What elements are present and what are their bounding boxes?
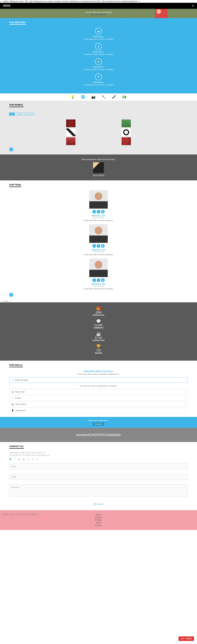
stat-icon: ☕ (4, 332, 193, 336)
brand-logo[interactable]: envato (76, 433, 86, 437)
stat-number: 8,710 (4, 336, 193, 340)
facebook-icon[interactable]: f (97, 244, 100, 248)
team-role: CEO & Founder (9, 285, 188, 287)
banner-link[interactable]: SEE OUR WORK (91, 14, 107, 16)
skills-section: OUR SKILLS. SOMETHING ABOUT OUR SKILLS L… (0, 360, 197, 417)
service-icon[interactable]: 💡 (71, 95, 75, 99)
filter-tab-all[interactable]: All (9, 112, 14, 116)
service-icon[interactable]: 🎤 (112, 95, 116, 99)
feature-icon: ✎ (95, 74, 102, 80)
contact-phone: +01 234 567 89 / +01 234 567 89 | contac… (9, 454, 188, 456)
team-section: OUR TEAM. tf◉ MICHAEL JOE CEO & Founder … (0, 180, 197, 300)
accordion-icon: ✈ (11, 397, 13, 399)
service-icon[interactable]: 🔧 (102, 95, 106, 99)
facebook-icon[interactable]: f (97, 278, 100, 282)
works-grid (45, 120, 152, 145)
feature-icon: ♦ (95, 43, 102, 50)
name-field[interactable]: NAME (9, 474, 188, 480)
work-item[interactable] (122, 137, 131, 145)
twitter-icon[interactable]: t (92, 278, 96, 282)
facebook-icon[interactable]: f (97, 210, 100, 214)
instagram-icon[interactable]: ◉ (101, 244, 105, 248)
skills-title: OUR SKILLS. (9, 364, 23, 367)
testimonial: "Sed ut perspiciatis unde omnis iste nat… (0, 154, 197, 180)
message-field[interactable]: MESSAGE (9, 484, 188, 497)
dribbble-icon[interactable]: ● (36, 458, 37, 460)
filter-tab-branding[interactable]: Branding (25, 112, 35, 116)
service-icon[interactable]: 💵 (122, 95, 126, 99)
google-icon[interactable]: g+ (18, 458, 20, 460)
feature-title: FEATURE 1 (9, 36, 188, 38)
accordion-label: Quis nostrum (15, 403, 26, 405)
accordion-item[interactable]: 📱 Neque porro + (9, 408, 188, 413)
subscribe-placeholder: Enter your e-mail here... (2, 419, 195, 422)
work-item[interactable] (66, 120, 75, 127)
submit-button[interactable]: submit (9, 502, 188, 507)
team-member: tf◉ MICHAEL JOE CEO & Founder Lorem ipsu… (9, 224, 188, 256)
team-role: CEO & Founder (9, 251, 188, 253)
instagram-icon[interactable]: ◉ (101, 210, 105, 214)
footer-link-contact[interactable]: Contact (3, 524, 194, 526)
feature-icon: ☁ (95, 28, 102, 34)
subscribe-button[interactable]: Subscribe (93, 422, 104, 426)
menu-icon[interactable]: ≡ (192, 4, 194, 8)
twitter-icon[interactable]: 🐦 (9, 458, 12, 460)
feature-icon: ⚡ (95, 58, 102, 65)
filter-tab-website[interactable]: Website (15, 112, 24, 116)
accordion-label: Ut enim (15, 397, 21, 399)
contact-address: 3268 Building, Trade Street, Orlando Dis… (9, 452, 188, 454)
stat: 💬 13,562 COMMENTS (4, 319, 193, 329)
testimonial-text: "Sed ut perspiciatis unde omnis iste nat… (4, 158, 193, 160)
team-avatar (89, 224, 108, 243)
accordion-item[interactable]: ✈ Ut enim + (9, 395, 188, 401)
service-icon[interactable]: 🌐 (81, 95, 85, 99)
stat: ☕ 8,710 COFFEE CUPS (4, 332, 193, 341)
accordion-icon: 🏠 (11, 391, 14, 393)
accordion-icon: 📱 (11, 409, 14, 412)
facebook-icon[interactable]: f (15, 458, 15, 460)
youtube-icon[interactable]: ▶ (23, 458, 25, 460)
footer-link-about[interactable]: About (3, 522, 194, 524)
work-item[interactable] (66, 128, 75, 136)
work-item[interactable] (66, 137, 75, 145)
stat-label: AWARDS (4, 352, 193, 354)
email-field[interactable]: EMAIL (9, 464, 188, 469)
work-item[interactable] (122, 120, 131, 127)
feature-title: FEATURE 3 (9, 66, 188, 68)
accordion-toggle-icon: + (184, 391, 186, 393)
load-more-button[interactable]: + (9, 148, 13, 152)
work-item[interactable] (122, 128, 131, 136)
stat-label: COMMENTS (4, 327, 193, 329)
accordion-toggle-icon: + (184, 397, 186, 399)
linkedin-icon[interactable]: in (28, 458, 29, 460)
stat-label: PERSPICIATIS (4, 314, 193, 316)
logo[interactable]: IDDO (3, 4, 11, 8)
team-member: tf◉ MICHAEL JOE CEO & Founder Lorem ipsu… (9, 190, 188, 221)
accordion-item[interactable]: 🏠 Nemo enim + (9, 389, 188, 395)
team-avatar (89, 190, 108, 208)
accordion-item[interactable]: ✈ Totam rem aque − (9, 377, 188, 383)
testimonial-avatar (93, 162, 104, 173)
stat-icon: 💬 (4, 319, 193, 324)
contact-title: CONTACT US. (9, 445, 24, 449)
skype-icon[interactable]: S (32, 458, 33, 460)
brand-logo[interactable]: dribbble (109, 433, 121, 437)
accordion-icon: ✈ (11, 379, 13, 381)
accordion-item[interactable]: 📞 Quis nostrum + (9, 402, 188, 407)
stats-section: 🎁 2009 PERSPICIATIS 💬 13,562 COMMENTS ☕ … (0, 302, 197, 360)
icon-bar: 💡🌐📷🔧🎤💵 (0, 94, 197, 100)
twitter-icon[interactable]: t (92, 210, 96, 214)
twitter-icon[interactable]: t (92, 244, 96, 248)
footer: 网页模板 - UIXbbs.xlentao.com免费下载更多内容 HomeSe… (0, 510, 197, 530)
service-icon[interactable]: 📷 (91, 95, 95, 99)
brand-logo[interactable]: WORDPRESS (86, 433, 109, 437)
works-title: OUR WORKS. (9, 104, 23, 107)
team-avatar (89, 258, 108, 277)
footer-link-services[interactable]: Services (3, 516, 194, 518)
footer-link-portfolio[interactable]: Portfolio (3, 519, 194, 521)
feature: ⚡ FEATURE 3 Lorem ipsum dolor sit amet, … (9, 58, 188, 70)
instagram-icon[interactable]: ◉ (101, 278, 105, 282)
load-more-team-button[interactable]: + (9, 293, 13, 297)
accordion-content: Duis aute irure dolor in reprehenderit i… (9, 384, 188, 388)
accordion-label: Totam rem aque (15, 379, 28, 381)
